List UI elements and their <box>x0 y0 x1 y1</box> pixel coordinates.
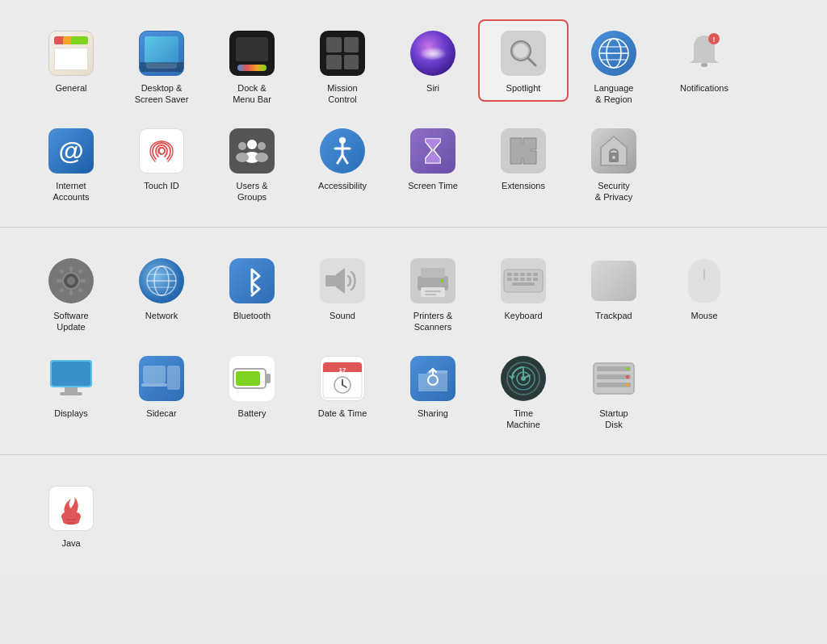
globe-svg <box>144 263 179 299</box>
svg-point-88 <box>626 383 629 387</box>
svg-rect-46 <box>425 294 436 295</box>
svg-point-12 <box>247 140 257 149</box>
sidecar-svg <box>141 361 182 396</box>
mission-icon <box>320 31 365 76</box>
pref-spotlight[interactable]: Spotlight <box>478 19 569 102</box>
language-icon-wrap <box>590 29 638 77</box>
section-personal: General Desktop &Screen Saver Dock &Menu… <box>0 0 827 228</box>
pref-extensions[interactable]: Extensions <box>478 117 569 199</box>
pref-touchid[interactable]: Touch ID <box>116 117 207 199</box>
pref-keyboard[interactable]: Keyboard <box>478 247 569 329</box>
extensions-icon-wrap <box>499 127 548 175</box>
pref-timemachine[interactable]: TimeMachine <box>478 345 569 439</box>
pref-mouse[interactable]: Mouse <box>659 247 749 329</box>
timemachine-icon-wrap <box>499 354 548 403</box>
timemachine-icon <box>501 356 546 401</box>
extensions-icon <box>501 128 546 174</box>
svg-rect-85 <box>597 383 631 387</box>
general-label: General <box>55 82 86 94</box>
sidecar-label: Sidecar <box>146 408 176 419</box>
sharing-svg <box>415 361 451 396</box>
svg-point-14 <box>238 142 246 150</box>
sidecar-icon-wrap <box>137 354 186 403</box>
svg-point-1 <box>514 44 528 58</box>
general-icon <box>48 31 94 76</box>
datetime-label: Date & Time <box>318 408 367 419</box>
sharing-icon <box>410 356 455 401</box>
language-icon <box>591 31 636 76</box>
datetime-icon-wrap: 17 <box>318 354 367 403</box>
internet-icon-wrap: @ <box>47 127 95 175</box>
pref-sharing[interactable]: Sharing <box>388 345 478 427</box>
accounts-grid: @ InternetAccounts <box>26 117 801 211</box>
pref-sidecar[interactable]: Sidecar <box>116 345 207 427</box>
svg-rect-43 <box>421 268 445 278</box>
pref-siri[interactable]: Siri <box>388 19 478 102</box>
pref-language[interactable]: Language& Region <box>569 19 659 114</box>
pref-internet[interactable]: @ InternetAccounts <box>26 117 116 211</box>
clock-svg: 17 <box>321 358 363 399</box>
pref-desktop[interactable]: Desktop &Screen Saver <box>116 19 207 114</box>
pref-softwareupdate[interactable]: SoftwareUpdate <box>26 247 116 341</box>
bluetooth-svg <box>240 263 264 299</box>
pref-startupdisk[interactable]: StartupDisk <box>569 345 659 439</box>
java-icon <box>48 486 94 531</box>
notifications-label: Notifications <box>680 82 728 94</box>
spotlight-icon <box>501 31 546 76</box>
pref-java[interactable]: Java <box>26 475 116 557</box>
users-icon-wrap <box>228 127 276 175</box>
pref-screentime[interactable]: Screen Time <box>388 117 478 199</box>
pref-users[interactable]: Users &Groups <box>207 117 297 211</box>
keyboard-icon <box>501 258 546 303</box>
pref-mission[interactable]: MissionControl <box>297 19 388 114</box>
sharing-icon-wrap <box>409 354 457 403</box>
spotlight-label: Spotlight <box>506 82 541 94</box>
svg-rect-59 <box>512 282 535 286</box>
keyboard-label: Keyboard <box>504 310 542 321</box>
svg-line-21 <box>338 155 342 163</box>
pref-printers[interactable]: Printers &Scanners <box>388 247 478 341</box>
svg-rect-23 <box>428 157 438 160</box>
svg-line-22 <box>342 155 347 163</box>
hardware-grid-1: SoftwareUpdate Network <box>26 247 801 341</box>
svg-rect-51 <box>520 273 525 276</box>
speaker-svg <box>322 263 363 299</box>
pref-displays[interactable]: Displays <box>26 345 116 427</box>
java-svg <box>55 491 87 526</box>
puzzle-svg <box>506 133 541 169</box>
accessibility-svg <box>325 134 359 168</box>
svg-rect-69 <box>236 371 260 386</box>
screentime-icon <box>410 128 455 174</box>
network-label: Network <box>145 310 178 321</box>
sound-icon <box>320 258 365 303</box>
svg-rect-83 <box>597 366 631 371</box>
touchid-icon <box>139 128 184 174</box>
pref-network[interactable]: Network <box>116 247 207 329</box>
pref-battery[interactable]: Battery <box>207 345 297 427</box>
siri-icon <box>410 31 455 76</box>
pref-dock[interactable]: Dock &Menu Bar <box>207 19 297 114</box>
pref-notifications[interactable]: ! Notifications <box>659 19 749 102</box>
network-icon-wrap <box>137 257 186 305</box>
softwareupdate-label: SoftwareUpdate <box>53 310 88 333</box>
section-other: Java <box>0 455 827 573</box>
pref-datetime[interactable]: 17 Date & Time <box>297 345 388 427</box>
svg-rect-28 <box>69 266 73 272</box>
svg-rect-52 <box>527 273 531 276</box>
svg-rect-54 <box>507 278 512 281</box>
notifications-icon: ! <box>682 29 727 77</box>
pref-sound[interactable]: Sound <box>297 247 388 329</box>
pref-general[interactable]: General <box>26 19 116 102</box>
svg-point-47 <box>440 279 443 282</box>
svg-rect-64 <box>143 366 166 383</box>
pref-accessibility[interactable]: Accessibility <box>297 117 388 199</box>
pref-trackpad[interactable]: Trackpad <box>569 247 659 329</box>
fingerprint-svg <box>145 135 178 167</box>
pref-bluetooth[interactable]: Bluetooth <box>207 247 297 329</box>
desktop-icon <box>139 31 184 76</box>
battery-icon <box>229 356 275 401</box>
other-grid: Java <box>26 475 801 557</box>
users-label: Users &Groups <box>236 180 267 203</box>
pref-security[interactable]: Security& Privacy <box>569 117 659 211</box>
network-icon <box>139 258 184 303</box>
